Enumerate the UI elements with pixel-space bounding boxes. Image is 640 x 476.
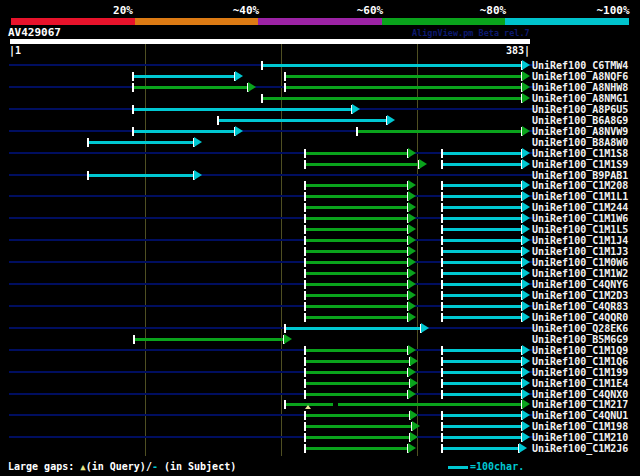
alignment-segment-green xyxy=(134,338,284,341)
segment-start-tick xyxy=(441,181,443,190)
segment-start-tick xyxy=(304,411,306,420)
segment-start-tick xyxy=(304,313,306,322)
arrowhead-icon xyxy=(522,356,530,366)
alignment-segment-green xyxy=(305,371,407,374)
gaps-legend-subject-text: (in Subject) xyxy=(158,461,236,472)
alignment-segment-cyan xyxy=(442,360,522,363)
segment-start-tick xyxy=(441,269,443,278)
arrowhead-icon xyxy=(408,180,416,190)
alignment-segment-cyan xyxy=(442,447,520,450)
segment-start-tick xyxy=(132,105,134,114)
alignment-segment-cyan xyxy=(442,272,522,275)
arrowhead-icon xyxy=(408,268,416,278)
arrowhead-icon xyxy=(522,191,530,201)
segment-start-tick xyxy=(304,236,306,245)
alignment-segment-cyan xyxy=(442,163,522,166)
arrowhead-icon xyxy=(419,159,427,169)
arrowhead-icon xyxy=(194,137,202,147)
arrowhead-icon xyxy=(522,224,530,234)
arrowhead-icon xyxy=(522,378,530,388)
alignment-segment-green xyxy=(305,360,410,363)
segment-start-tick xyxy=(441,379,443,388)
gaps-legend-prefix: Large gaps: xyxy=(8,461,80,472)
alignment-segment-cyan xyxy=(88,174,194,177)
alignment-segment-cyan xyxy=(442,371,522,374)
segment-start-tick xyxy=(304,346,306,355)
segment-start-tick xyxy=(261,94,263,103)
alignment-segment-green xyxy=(285,403,522,406)
alignment-plot: UniRef100_C6TMW4UniRef100_A8NQF6UniRef10… xyxy=(0,0,640,476)
arrowhead-icon xyxy=(408,224,416,234)
arrowhead-icon xyxy=(522,213,530,223)
arrowhead-icon xyxy=(522,246,530,256)
arrowhead-icon xyxy=(408,235,416,245)
segment-start-tick xyxy=(441,247,443,256)
track-label: UniRef100_C1M198 xyxy=(532,421,628,432)
track-label: UniRef100_C1M0W6 xyxy=(532,257,628,268)
arrowhead-icon xyxy=(522,432,530,442)
gaps-legend: Large gaps: ▲(in Query)/- (in Subject) xyxy=(8,461,236,472)
segment-start-tick xyxy=(441,444,443,453)
arrowhead-icon xyxy=(522,301,530,311)
segment-start-tick xyxy=(304,225,306,234)
alignment-segment-cyan xyxy=(442,206,522,209)
alignment-segment-green xyxy=(305,425,411,428)
track-label: UniRef100_C4QNY6 xyxy=(532,279,628,290)
segment-start-tick xyxy=(133,335,135,344)
arrowhead-icon xyxy=(522,60,530,70)
segment-start-tick xyxy=(304,214,306,223)
track-label: UniRef100_A8NVW9 xyxy=(532,126,628,137)
gaps-legend-query-text: (in Query)/ xyxy=(86,461,152,472)
arrowhead-icon xyxy=(522,71,530,81)
segment-start-tick xyxy=(217,116,219,125)
arrowhead-icon xyxy=(522,268,530,278)
alignment-segment-cyan xyxy=(262,64,522,67)
track-label: UniRef100_C1M1E4 xyxy=(532,378,628,389)
track-label: UniRef100_C1M244 xyxy=(532,202,628,213)
arrowhead-icon xyxy=(408,246,416,256)
segment-start-tick xyxy=(284,83,286,92)
segment-start-tick xyxy=(304,357,306,366)
segment-start-tick xyxy=(304,422,306,431)
arrowhead-icon xyxy=(410,356,418,366)
alignment-segment-cyan xyxy=(442,294,522,297)
segment-start-tick xyxy=(441,422,443,431)
arrowhead-icon xyxy=(522,202,530,212)
segment-start-tick xyxy=(132,83,134,92)
segment-start-tick xyxy=(304,269,306,278)
track-label: UniRef100_C1M199 xyxy=(532,367,628,378)
scale-sample-label: =100char. xyxy=(470,461,524,472)
arrowhead-icon xyxy=(522,389,530,399)
alignment-segment-green xyxy=(262,97,522,100)
track-label: UniRef100_C1M1Q6 xyxy=(532,356,628,367)
segment-start-tick xyxy=(304,302,306,311)
alignment-segment-cyan xyxy=(442,349,522,352)
segment-start-tick xyxy=(284,324,286,333)
gap-in-subject-marker xyxy=(333,403,338,406)
track-label: UniRef100_B5M6G9 xyxy=(532,334,628,345)
track-label: UniRef100_C1M1J3 xyxy=(532,246,628,257)
arrowhead-icon xyxy=(408,345,416,355)
segment-start-tick xyxy=(304,247,306,256)
track-label: UniRef100_C1M1J4 xyxy=(532,235,628,246)
segment-start-tick xyxy=(441,433,443,442)
track-label: UniRef100_C1M1W2 xyxy=(532,268,628,279)
segment-start-tick xyxy=(441,291,443,300)
segment-start-tick xyxy=(304,203,306,212)
alignment-segment-green xyxy=(305,349,407,352)
arrowhead-icon xyxy=(284,334,292,344)
alignment-segment-green xyxy=(305,316,407,319)
track-label: UniRef100_C1M1Q9 xyxy=(532,345,628,356)
segment-start-tick xyxy=(441,411,443,420)
track-label: UniRef100_C1M217 xyxy=(532,399,628,410)
arrowhead-icon xyxy=(408,312,416,322)
segment-start-tick xyxy=(304,258,306,267)
track-label: UniRef100_C1M1L5 xyxy=(532,224,628,235)
alignment-segment-green xyxy=(305,163,418,166)
alignment-segment-green xyxy=(305,447,407,450)
alignment-segment-cyan xyxy=(88,141,194,144)
segment-start-tick xyxy=(304,368,306,377)
arrowhead-icon xyxy=(522,93,530,103)
alignment-segment-green xyxy=(305,217,407,220)
arrowhead-icon xyxy=(522,421,530,431)
